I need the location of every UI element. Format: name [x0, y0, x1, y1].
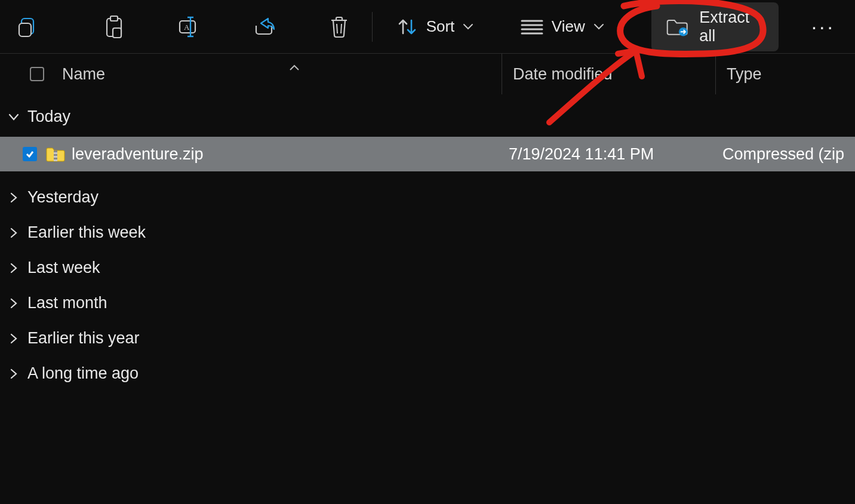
column-header-date[interactable]: Date modified — [502, 54, 715, 94]
zip-file-icon — [45, 146, 72, 162]
rename-icon: A — [177, 16, 201, 38]
sort-button[interactable]: Sort — [386, 9, 485, 45]
delete-button[interactable] — [320, 9, 359, 45]
group-header-last-week[interactable]: Last week — [0, 250, 855, 285]
svg-rect-19 — [54, 150, 57, 152]
sort-icon — [396, 17, 418, 37]
chevron-down-icon — [7, 113, 20, 121]
new-item-button[interactable] — [9, 9, 48, 45]
group-label: Yesterday — [27, 188, 99, 207]
extract-all-label: Extract all — [699, 8, 764, 45]
group-label: Earlier this week — [27, 223, 146, 242]
toolbar: A Sort — [0, 0, 855, 54]
group-header-last-month[interactable]: Last month — [0, 285, 855, 321]
group-label: Earlier this year — [27, 329, 140, 348]
svg-rect-1 — [19, 23, 31, 36]
file-date: 7/19/2024 11:41 PM — [509, 145, 722, 164]
chevron-right-icon — [7, 333, 20, 344]
svg-rect-4 — [113, 28, 121, 38]
file-type: Compressed (zip — [722, 145, 844, 164]
column-name-label: Name — [62, 65, 105, 83]
svg-rect-3 — [110, 16, 118, 21]
group-header-earlier-year[interactable]: Earlier this year — [0, 321, 855, 356]
extract-folder-icon — [666, 17, 688, 37]
svg-text:A: A — [184, 23, 190, 32]
toolbar-separator — [372, 12, 373, 42]
select-all-checkbox[interactable] — [30, 67, 62, 81]
column-type-label: Type — [727, 65, 762, 84]
group-header-today[interactable]: Today — [0, 99, 855, 134]
checked-box-icon — [23, 147, 37, 161]
share-icon — [253, 16, 276, 38]
file-list: Today leveradventure.zip 7/19/2024 11:41… — [0, 94, 855, 391]
sort-label: Sort — [426, 17, 455, 36]
group-label: Last week — [27, 259, 100, 277]
more-options-button[interactable]: ··· — [801, 9, 846, 45]
chevron-down-icon — [463, 23, 473, 30]
group-header-earlier-week[interactable]: Earlier this week — [0, 215, 855, 250]
file-name: leveradventure.zip — [72, 145, 509, 164]
chevron-down-icon — [593, 23, 604, 30]
rename-button[interactable]: A — [170, 9, 209, 45]
clipboard-icon — [103, 15, 125, 39]
trash-icon — [329, 16, 349, 38]
view-list-icon — [521, 19, 543, 35]
new-item-icon — [17, 16, 39, 38]
column-header-name[interactable]: Name — [62, 65, 502, 84]
group-label: A long time ago — [27, 364, 139, 383]
sort-indicator-icon — [289, 62, 300, 74]
chevron-right-icon — [7, 263, 20, 273]
chevron-right-icon — [7, 192, 20, 203]
chevron-right-icon — [7, 368, 20, 379]
extract-all-button[interactable]: Extract all — [651, 2, 779, 51]
file-row[interactable]: leveradventure.zip 7/19/2024 11:41 PM Co… — [0, 137, 855, 171]
ellipsis-icon: ··· — [811, 15, 835, 38]
share-button[interactable] — [245, 9, 284, 45]
view-label: View — [552, 17, 585, 36]
svg-rect-21 — [54, 158, 57, 159]
column-header-row: Name Date modified Type — [0, 54, 855, 94]
column-header-type[interactable]: Type — [715, 54, 762, 94]
chevron-right-icon — [7, 298, 20, 309]
svg-line-12 — [341, 24, 342, 33]
file-checkbox[interactable] — [23, 147, 45, 161]
svg-line-11 — [337, 24, 337, 33]
group-label: Today — [27, 107, 70, 126]
group-header-long-ago[interactable]: A long time ago — [0, 356, 855, 391]
svg-rect-20 — [54, 154, 57, 156]
chevron-right-icon — [7, 228, 20, 238]
column-date-label: Date modified — [513, 65, 613, 84]
group-label: Last month — [27, 294, 107, 312]
paste-button[interactable] — [95, 9, 134, 45]
group-header-yesterday[interactable]: Yesterday — [0, 180, 855, 215]
view-button[interactable]: View — [510, 9, 615, 45]
